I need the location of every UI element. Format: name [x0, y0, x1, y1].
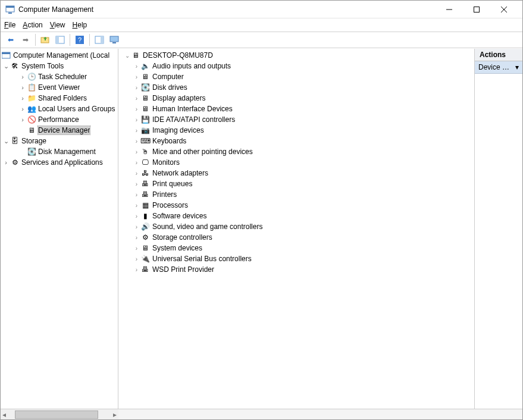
tools-icon: 🛠	[10, 61, 20, 71]
tree-label: Keyboards	[152, 137, 186, 145]
chevron-right-icon[interactable]: ›	[133, 245, 140, 252]
chevron-right-icon[interactable]: ›	[18, 84, 27, 91]
chevron-right-icon[interactable]: ›	[18, 73, 27, 80]
tree-device-manager[interactable]: 🖥 Device Manager	[1, 125, 118, 136]
device-category[interactable]: ›🖥System devices	[118, 243, 474, 253]
chevron-right-icon[interactable]: ›	[133, 234, 140, 241]
network-icon: 🖧	[140, 168, 150, 178]
chevron-right-icon[interactable]: ›	[133, 213, 140, 220]
horizontal-scrollbar[interactable]: ◂ ▸	[1, 409, 118, 420]
chevron-right-icon[interactable]: ›	[133, 106, 140, 112]
actions-item-device-manager[interactable]: Device Ma... ▾	[475, 61, 522, 74]
forward-button[interactable]: ➡	[19, 33, 32, 46]
menu-file[interactable]: File	[4, 21, 15, 29]
chevron-right-icon[interactable]: ›	[133, 95, 140, 102]
console-tree[interactable]: Computer Management (Local ⌄ 🛠 System To…	[1, 49, 118, 169]
back-button[interactable]: ⬅	[4, 33, 17, 46]
chevron-down-icon[interactable]: ⌄	[2, 137, 10, 145]
tree-label: Network adapters	[152, 169, 208, 177]
device-category[interactable]: ›🖶Printers	[118, 189, 474, 200]
audio-icon: 🔈	[140, 61, 150, 71]
chevron-right-icon[interactable]: ›	[18, 105, 27, 112]
ide-icon: 💾	[140, 115, 150, 124]
monitor-button[interactable]	[108, 33, 121, 46]
wsd-icon: 🖶	[140, 265, 150, 274]
chevron-right-icon[interactable]: ›	[133, 74, 140, 80]
chevron-right-icon[interactable]: ›	[2, 159, 10, 166]
device-category[interactable]: ›🖥Display adapters	[118, 93, 474, 104]
device-root[interactable]: ⌄ 🖥 DESKTOP-Q8MU87D	[118, 50, 474, 61]
help-button[interactable]: ?	[73, 33, 86, 46]
chevron-right-icon[interactable]: ›	[133, 127, 140, 134]
device-category[interactable]: ›▮Software devices	[118, 211, 474, 221]
tree-label: Services and Applications	[21, 158, 103, 167]
keyboard-icon: ⌨	[140, 136, 150, 146]
chevron-right-icon[interactable]: ›	[133, 170, 140, 177]
tree-label: Local Users and Groups	[38, 105, 115, 113]
tree-task-scheduler[interactable]: › 🕒 Task Scheduler	[1, 71, 118, 82]
tree-shared-folders[interactable]: › 📁 Shared Folders	[1, 93, 118, 104]
close-button[interactable]	[490, 1, 518, 18]
device-category[interactable]: ›🖶WSD Print Provider	[118, 264, 474, 275]
device-category[interactable]: ›🖱Mice and other pointing devices	[118, 146, 474, 157]
chevron-right-icon[interactable]: ›	[133, 84, 140, 91]
tree-system-tools[interactable]: ⌄ 🛠 System Tools	[1, 61, 118, 71]
menu-help[interactable]: Help	[73, 21, 87, 29]
device-category[interactable]: ›🔌Universal Serial Bus controllers	[118, 253, 474, 264]
tree-label: Imaging devices	[152, 126, 204, 134]
svg-rect-9	[56, 36, 59, 43]
chevron-right-icon[interactable]: ›	[133, 159, 140, 166]
scroll-right-icon[interactable]: ▸	[111, 410, 118, 419]
scrollbar-thumb[interactable]	[15, 410, 98, 419]
chevron-right-icon[interactable]: ›	[18, 116, 27, 123]
device-category[interactable]: ›▦Processors	[118, 200, 474, 211]
device-category[interactable]: ›⚙Storage controllers	[118, 232, 474, 243]
chevron-right-icon[interactable]: ›	[133, 117, 140, 123]
chevron-down-icon[interactable]: ⌄	[2, 62, 10, 70]
device-category[interactable]: ›🖶Print queues	[118, 178, 474, 189]
chevron-right-icon[interactable]: ›	[18, 95, 27, 102]
chevron-right-icon[interactable]: ›	[133, 192, 140, 198]
device-category[interactable]: ›🖧Network adapters	[118, 168, 474, 178]
chevron-right-icon[interactable]: ›	[133, 63, 140, 70]
up-button[interactable]	[39, 33, 52, 46]
tree-label: Task Scheduler	[38, 73, 87, 81]
tree-root[interactable]: Computer Management (Local	[1, 50, 118, 61]
minimize-button[interactable]	[436, 1, 463, 18]
chevron-right-icon[interactable]: ›	[133, 267, 140, 273]
device-category[interactable]: ›🖥Human Interface Devices	[118, 104, 474, 114]
maximize-button[interactable]	[463, 1, 490, 18]
chevron-right-icon[interactable]: ›	[133, 224, 140, 230]
tree-label: Sound, video and game controllers	[152, 222, 262, 231]
menu-action[interactable]: Action	[23, 21, 42, 29]
device-category[interactable]: ›⌨Keyboards	[118, 136, 474, 146]
device-category[interactable]: ›💽Disk drives	[118, 82, 474, 93]
chevron-right-icon[interactable]: ›	[133, 149, 140, 155]
tree-services-apps[interactable]: › ⚙ Services and Applications	[1, 157, 118, 168]
device-category[interactable]: ›🔈Audio inputs and outputs	[118, 61, 474, 71]
computer-icon: 🖥	[140, 72, 150, 82]
tree-label: Audio inputs and outputs	[152, 62, 231, 70]
scan-hardware-button[interactable]	[93, 33, 106, 46]
chevron-right-icon[interactable]: ›	[133, 202, 140, 209]
chevron-right-icon[interactable]: ›	[133, 181, 140, 187]
show-hide-tree-button[interactable]	[54, 33, 67, 46]
chevron-down-icon[interactable]: ⌄	[123, 52, 131, 59]
chevron-right-icon[interactable]: ›	[133, 256, 140, 262]
tree-event-viewer[interactable]: › 📋 Event Viewer	[1, 82, 118, 93]
tree-label: Printers	[152, 190, 177, 199]
tree-disk-management[interactable]: 💽 Disk Management	[1, 146, 118, 157]
device-tree[interactable]: ⌄ 🖥 DESKTOP-Q8MU87D ›🔈Audio inputs and o…	[118, 49, 474, 276]
menu-view[interactable]: View	[50, 21, 65, 29]
device-category[interactable]: ›💾IDE ATA/ATAPI controllers	[118, 114, 474, 125]
device-category[interactable]: ›🖵Monitors	[118, 157, 474, 168]
scroll-left-icon[interactable]: ◂	[1, 410, 8, 419]
device-category[interactable]: ›🔊Sound, video and game controllers	[118, 221, 474, 232]
chevron-right-icon[interactable]: ›	[133, 138, 140, 145]
tree-storage[interactable]: ⌄ 🗄 Storage	[1, 136, 118, 146]
monitor-icon	[109, 35, 119, 45]
tree-performance[interactable]: › 🚫 Performance	[1, 114, 118, 125]
tree-local-users[interactable]: › 👥 Local Users and Groups	[1, 104, 118, 114]
device-category[interactable]: ›📷Imaging devices	[118, 125, 474, 136]
device-category[interactable]: ›🖥Computer	[118, 71, 474, 82]
